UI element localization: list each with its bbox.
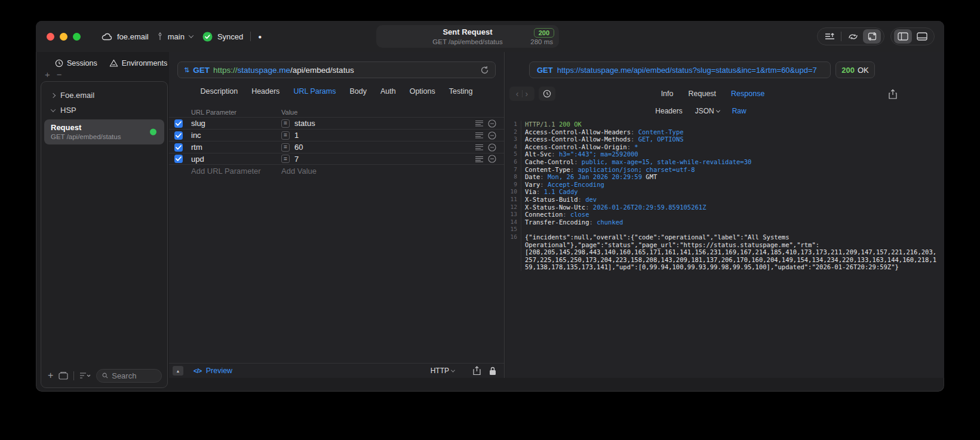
param-row[interactable]: inc = 1 [169,129,504,141]
response-line: 2Access-Control-Allow-Headers: Content-T… [505,128,944,136]
param-checkbox[interactable] [174,119,183,128]
tab-url-params[interactable]: URL Params [293,87,336,99]
tree-group-foe-email[interactable]: Foe.email [41,88,167,103]
search-input[interactable] [112,371,156,380]
equals-icon: = [281,119,290,128]
remove-session-button[interactable]: − [57,71,62,80]
remove-param-icon[interactable] [488,143,496,152]
chevron-right-icon [50,93,55,97]
line-number: 5 [505,150,521,158]
line-content [525,226,944,233]
lock-icon[interactable] [489,367,496,376]
close-button[interactable] [47,33,54,41]
response-status-badge: 200 OK [835,61,875,78]
environments-icon [109,59,118,67]
add-request-button[interactable]: + [48,371,53,380]
zoom-button[interactable] [73,33,81,41]
response-request-line[interactable]: GET https://statuspage.me/api/embed/stat… [529,61,831,78]
response-subtab-json[interactable]: JSON [695,107,720,115]
toggle-bottom-panel-icon[interactable] [913,29,931,44]
request-url[interactable]: https://statuspage.me/api/embed/status [213,66,354,75]
tab-body[interactable]: Body [349,87,367,99]
sidebar: Sessions Environments + − Foe.email [41,56,168,388]
app-window: foe.email main Synced ● Sent Request 200… [36,21,944,392]
param-value[interactable]: 7 [294,155,299,164]
param-name[interactable]: upd [187,155,281,164]
tab-auth[interactable]: Auth [380,87,396,99]
param-row[interactable]: slug = status [169,117,504,129]
response-raw[interactable]: 1HTTP/1.1 200 OK2Access-Control-Allow-He… [505,121,944,271]
param-row[interactable]: upd = 7 [169,153,504,165]
preview-button[interactable]: </> Preview [193,367,232,375]
tab-options[interactable]: Options [410,87,435,99]
param-checkbox[interactable] [174,155,183,163]
share-request-icon[interactable] [473,366,481,376]
diff-swap-icon[interactable] [844,29,862,44]
branch-chevron-icon[interactable] [189,33,193,38]
request-queue-icon[interactable] [821,29,838,44]
request-url-bar[interactable]: ⇅ GET https://statuspage.me/api/embed/st… [177,61,496,78]
method-dropdown-icon[interactable]: ⇅ [184,66,189,74]
add-session-button[interactable]: + [45,71,50,80]
response-tab-response[interactable]: Response [731,90,764,98]
line-number: 7 [505,166,521,174]
response-subtab-raw[interactable]: Raw [732,107,746,115]
param-row[interactable]: rtm = 60 [169,141,504,153]
protocol-select[interactable]: HTTP [431,367,454,375]
toggle-sidebar-icon[interactable] [894,29,912,44]
response-line: 13Connection: close [505,211,944,219]
sync-status[interactable]: Synced [217,32,243,41]
remove-param-icon[interactable] [488,155,496,163]
text-options-icon[interactable] [475,156,483,162]
request-tabs: DescriptionHeadersURL ParamsBodyAuthOpti… [169,87,504,99]
text-options-icon[interactable] [475,132,483,139]
toolbar-group-layout [890,27,935,45]
tab-testing[interactable]: Testing [449,87,473,99]
new-group-icon[interactable] [59,371,68,380]
add-param-row[interactable]: Add URL Parameter Add Value [169,165,504,177]
sort-list-icon[interactable] [79,372,91,379]
response-tab-info[interactable]: Info [661,90,674,98]
minimize-button[interactable] [60,33,67,41]
text-options-icon[interactable] [475,120,483,127]
tab-headers[interactable]: Headers [251,87,279,99]
sidebar-tab-environments[interactable]: Environments [109,59,167,67]
request-method[interactable]: GET [193,66,210,75]
param-name[interactable]: slug [187,119,281,128]
param-checkbox[interactable] [174,143,183,152]
collapse-panel-button[interactable]: ▲ [173,366,183,376]
sent-request-summary[interactable]: Sent Request 200 GET /api/embed/status 2… [376,25,559,48]
request-item-title: Request [51,123,158,132]
tree-group-hsp[interactable]: HSP [41,103,167,118]
sidebar-search[interactable] [96,369,162,383]
request-item-subtitle: GET /api/embed/status [51,133,158,140]
response-line: 7Content-Type: application/json; charset… [505,166,944,174]
param-checkbox[interactable] [174,131,183,140]
param-name[interactable]: inc [187,131,281,140]
line-content: X-Status-Now-Utc: 2026-01-26T20:29:59.85… [525,204,944,211]
remove-param-icon[interactable] [488,119,496,128]
import-export-icon[interactable] [863,29,881,44]
response-subtab-headers[interactable]: Headers [655,107,682,115]
response-tab-request[interactable]: Request [689,90,717,98]
add-param-name[interactable]: Add URL Parameter [187,167,281,176]
export-response-icon[interactable] [889,89,897,99]
param-value[interactable]: status [294,119,315,128]
request-pane: ⇅ GET https://statuspage.me/api/embed/st… [169,52,505,378]
param-value[interactable]: 1 [294,131,299,140]
branch-name[interactable]: main [168,32,185,41]
param-name[interactable]: rtm [187,143,281,152]
line-content: Access-Control-Allow-Headers: Content-Ty… [525,128,944,136]
sidebar-tab-sessions[interactable]: Sessions [55,59,97,67]
text-options-icon[interactable] [475,144,483,150]
resend-icon[interactable] [480,66,489,75]
workspace-name[interactable]: foe.email [117,32,149,41]
tab-description[interactable]: Description [201,87,238,99]
sidebar-tab-label: Environments [122,59,167,67]
param-value[interactable]: 60 [294,143,303,152]
add-param-value[interactable]: Add Value [281,167,469,176]
tree-item-request-selected[interactable]: Request GET /api/embed/status [44,119,164,144]
remove-param-icon[interactable] [488,131,496,140]
line-number: 2 [505,128,521,136]
line-number: 6 [505,158,521,166]
